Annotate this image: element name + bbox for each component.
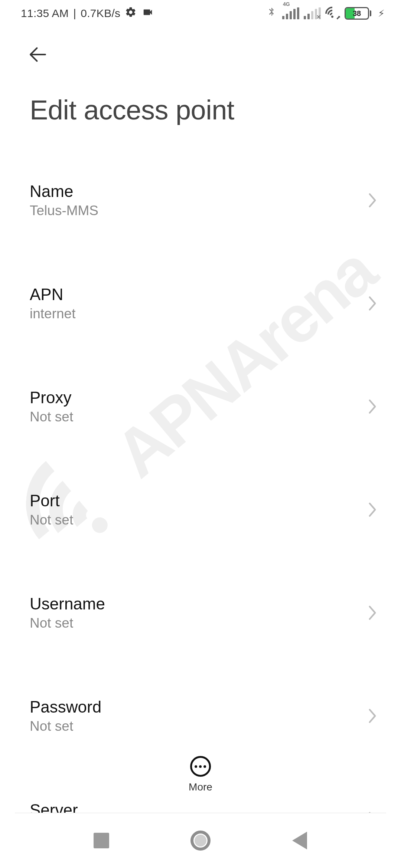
setting-value: Not set — [30, 719, 365, 734]
status-net-rate: 0.7KB/s — [81, 7, 120, 20]
setting-label: Name — [30, 182, 365, 201]
status-time: 11:35 AM — [21, 7, 69, 20]
setting-label: Password — [30, 698, 365, 716]
setting-value: Telus-MMS — [30, 203, 365, 218]
setting-row-apn[interactable]: APNinternet — [30, 270, 380, 336]
setting-row-username[interactable]: UsernameNot set — [30, 580, 380, 646]
camera-icon — [141, 7, 154, 20]
arrow-left-icon — [27, 43, 49, 66]
chevron-right-icon — [365, 296, 380, 311]
signal-1-icon: 4G — [282, 7, 299, 19]
signal-2-icon: ✕ — [304, 7, 320, 19]
square-icon — [94, 833, 109, 848]
setting-value: internet — [30, 306, 365, 322]
nav-recents-button[interactable] — [87, 826, 116, 855]
setting-label: Proxy — [30, 388, 365, 407]
setting-label: APN — [30, 285, 365, 304]
wifi-icon: ⬈ — [325, 7, 339, 19]
nav-home-button[interactable] — [186, 826, 215, 855]
app-bar: Edit access point — [0, 27, 401, 126]
more-button[interactable]: More — [189, 756, 212, 793]
charging-icon: ⚡︎ — [378, 8, 385, 19]
back-button[interactable] — [27, 42, 53, 68]
setting-row-name[interactable]: NameTelus-MMS — [30, 171, 380, 233]
setting-row-proxy[interactable]: ProxyNot set — [30, 374, 380, 440]
status-sep: | — [73, 7, 76, 20]
nav-back-button[interactable] — [285, 826, 314, 855]
battery-icon: 38 — [345, 7, 371, 20]
settings-list: NameTelus-MMSAPNinternetProxyNot setPort… — [0, 171, 401, 813]
chevron-right-icon — [365, 605, 380, 621]
chevron-right-icon — [365, 399, 380, 414]
setting-row-port[interactable]: PortNot set — [30, 477, 380, 543]
setting-value: Not set — [30, 409, 365, 425]
setting-value: Not set — [30, 615, 365, 631]
setting-label: Port — [30, 491, 365, 510]
chevron-right-icon — [365, 193, 380, 208]
setting-row-password[interactable]: PasswordNot set — [30, 683, 380, 749]
page-title: Edit access point — [27, 94, 380, 126]
setting-label: Username — [30, 595, 365, 613]
status-bar: 11:35 AM | 0.7KB/s 4G ✕ ⬈ 38 ⚡︎ — [0, 0, 401, 27]
more-icon — [190, 756, 211, 777]
settings-icon — [125, 6, 137, 21]
setting-value: Not set — [30, 512, 365, 528]
chevron-right-icon — [365, 708, 380, 724]
triangle-icon — [292, 832, 307, 849]
setting-label: Server — [30, 801, 365, 813]
bluetooth-icon — [266, 6, 277, 22]
circle-icon — [190, 831, 211, 851]
battery-percent: 38 — [346, 8, 368, 19]
navigation-bar — [0, 813, 401, 868]
chevron-right-icon — [365, 502, 380, 517]
more-label: More — [189, 781, 212, 793]
